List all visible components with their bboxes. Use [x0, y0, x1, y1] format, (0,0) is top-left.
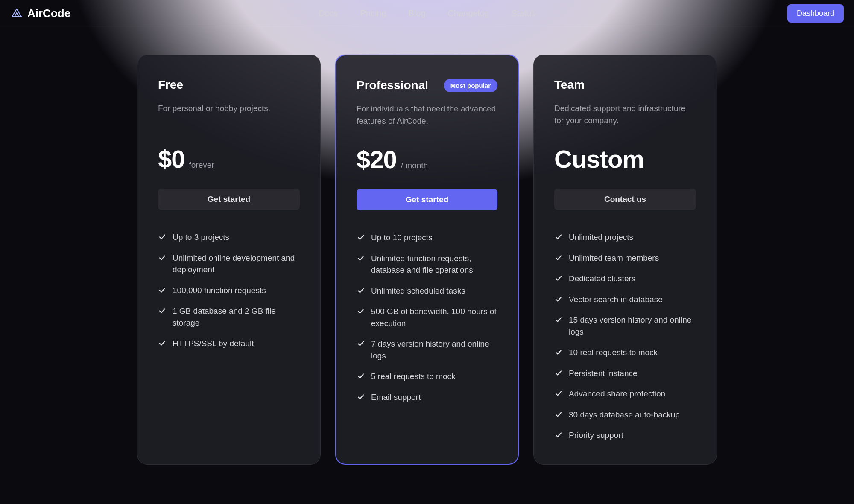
check-icon: [158, 339, 167, 347]
feature-text: Email support: [371, 391, 421, 403]
plan-title-free: Free: [158, 78, 183, 92]
feature-item: Priority support: [554, 429, 696, 441]
check-icon: [554, 253, 563, 262]
plan-card-free: Free For personal or hobby projects. $0 …: [137, 55, 321, 465]
feature-text: 500 GB of bandwidth, 100 hours of execut…: [371, 306, 497, 329]
check-icon: [158, 306, 167, 315]
feature-item: Email support: [357, 391, 497, 403]
plan-title-pro: Professional: [357, 79, 428, 92]
feature-item: 30 days database auto-backup: [554, 409, 696, 421]
plan-price-pro: $20 / month: [357, 145, 497, 174]
feature-item: Persistent instance: [554, 367, 696, 379]
feature-text: HTTPS/SSL by default: [173, 338, 254, 350]
feature-item: Unlimited scheduled tasks: [357, 285, 497, 297]
logo[interactable]: AirCode: [10, 7, 70, 20]
nav-blog[interactable]: Blog: [409, 9, 426, 18]
check-icon: [554, 410, 563, 419]
cta-free[interactable]: Get started: [158, 189, 300, 210]
nav-pricing[interactable]: Pricing: [360, 9, 386, 18]
main-nav: Docs Pricing Blog Changelog Status: [319, 9, 535, 18]
feature-text: Up to 3 projects: [173, 231, 229, 243]
feature-text: 1 GB database and 2 GB file storage: [173, 305, 300, 329]
feature-text: 30 days database auto-backup: [569, 409, 680, 421]
pricing-plans: Free For personal or hobby projects. $0 …: [0, 27, 854, 475]
nav-docs[interactable]: Docs: [319, 9, 338, 18]
aircode-logo-icon: [10, 7, 23, 20]
feature-item: 7 days version history and online logs: [357, 338, 497, 361]
feature-text: Unlimited scheduled tasks: [371, 285, 465, 297]
feature-text: Unlimited team members: [569, 252, 659, 264]
nav-status[interactable]: Status: [511, 9, 535, 18]
feature-text: Dedicated clusters: [569, 273, 635, 285]
feature-item: Unlimited team members: [554, 252, 696, 264]
check-icon: [554, 369, 563, 377]
feature-item: Unlimited projects: [554, 231, 696, 243]
check-icon: [357, 393, 365, 401]
feature-text: 10 real requests to mock: [569, 347, 658, 358]
plan-title-team: Team: [554, 78, 585, 92]
feature-text: 15 days version history and online logs: [569, 314, 696, 338]
price-value: $0: [158, 145, 185, 173]
check-icon: [357, 233, 365, 242]
feature-text: Persistent instance: [569, 367, 638, 379]
feature-item: 100,000 function requests: [158, 285, 300, 297]
check-icon: [158, 233, 167, 241]
plan-desc-pro: For individuals that need the advanced f…: [357, 102, 497, 131]
feature-text: 7 days version history and online logs: [371, 338, 497, 361]
most-popular-badge: Most popular: [444, 79, 497, 92]
plan-desc-team: Dedicated support and infrastructure for…: [554, 102, 696, 131]
feature-item: Vector search in database: [554, 294, 696, 306]
check-icon: [357, 339, 365, 348]
feature-item: 500 GB of bandwidth, 100 hours of execut…: [357, 306, 497, 329]
price-value: $20: [357, 145, 397, 174]
check-icon: [554, 389, 563, 398]
feature-item: 10 real requests to mock: [554, 347, 696, 358]
plan-price-team: Custom: [554, 145, 696, 173]
feature-item: Advanced share protection: [554, 388, 696, 400]
feature-text: 5 real requests to mock: [371, 370, 455, 382]
feature-item: Up to 3 projects: [158, 231, 300, 243]
check-icon: [554, 348, 563, 356]
nav-changelog[interactable]: Changelog: [448, 9, 489, 18]
feature-text: Up to 10 projects: [371, 232, 433, 244]
feature-text: Unlimited projects: [569, 231, 633, 243]
feature-text: Priority support: [569, 429, 623, 441]
check-icon: [158, 286, 167, 294]
plan-card-professional: Professional Most popular For individual…: [335, 55, 519, 465]
feature-item: 5 real requests to mock: [357, 370, 497, 382]
header: AirCode Docs Pricing Blog Changelog Stat…: [0, 0, 854, 27]
features-pro: Up to 10 projects Unlimited function req…: [357, 232, 497, 403]
feature-item: 15 days version history and online logs: [554, 314, 696, 338]
check-icon: [554, 315, 563, 324]
check-icon: [554, 233, 563, 241]
check-icon: [357, 307, 365, 315]
feature-item: 1 GB database and 2 GB file storage: [158, 305, 300, 329]
feature-item: Dedicated clusters: [554, 273, 696, 285]
feature-item: Unlimited online development and deploym…: [158, 252, 300, 276]
plan-card-team: Team Dedicated support and infrastructur…: [533, 55, 717, 465]
plan-header: Team: [554, 78, 696, 92]
feature-item: Up to 10 projects: [357, 232, 497, 244]
feature-item: Unlimited function requests, database an…: [357, 253, 497, 276]
price-suffix: forever: [189, 160, 214, 170]
brand-name: AirCode: [27, 7, 70, 20]
feature-text: Advanced share protection: [569, 388, 665, 400]
price-suffix: / month: [401, 161, 428, 170]
check-icon: [158, 253, 167, 262]
check-icon: [357, 254, 365, 262]
plan-header: Free: [158, 78, 300, 92]
features-free: Up to 3 projects Unlimited online develo…: [158, 231, 300, 350]
check-icon: [554, 274, 563, 283]
plan-price-free: $0 forever: [158, 145, 300, 173]
cta-team[interactable]: Contact us: [554, 189, 696, 210]
check-icon: [554, 295, 563, 303]
feature-text: 100,000 function requests: [173, 285, 266, 297]
cta-professional[interactable]: Get started: [357, 189, 497, 210]
check-icon: [554, 431, 563, 439]
plan-desc-free: For personal or hobby projects.: [158, 102, 300, 131]
features-team: Unlimited projects Unlimited team member…: [554, 231, 696, 441]
dashboard-button[interactable]: Dashboard: [787, 4, 844, 23]
feature-text: Vector search in database: [569, 294, 663, 306]
feature-item: HTTPS/SSL by default: [158, 338, 300, 350]
price-value: Custom: [554, 145, 644, 173]
